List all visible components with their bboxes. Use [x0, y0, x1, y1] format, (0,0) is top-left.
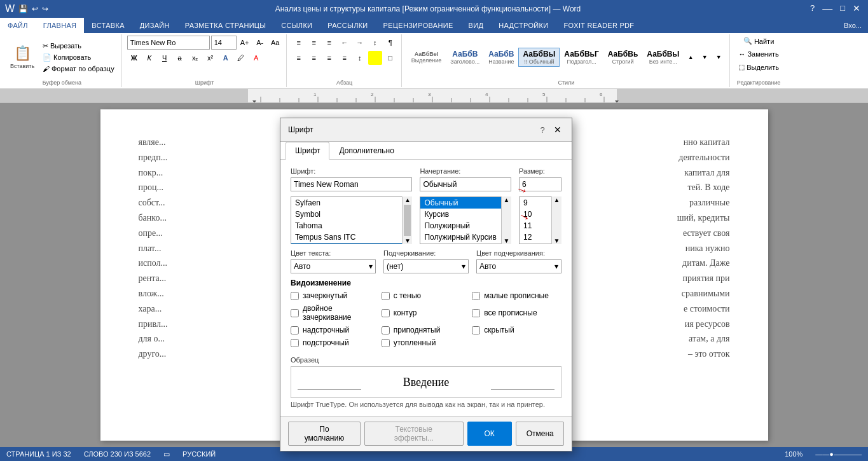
- font-size-increase[interactable]: A+: [238, 36, 252, 50]
- font-list-scrollbar[interactable]: ▲ ▼: [402, 196, 412, 244]
- font-list-item-symbol[interactable]: Symbol: [291, 209, 411, 220]
- effects-button[interactable]: Текстовые эффекты...: [364, 422, 464, 446]
- text-effects-button[interactable]: A: [219, 51, 233, 65]
- font-list-item-tahoma[interactable]: Tahoma: [291, 220, 411, 231]
- styles-expand[interactable]: ▼: [712, 50, 726, 64]
- indent-button[interactable]: →: [353, 36, 367, 50]
- style-title[interactable]: АаБбВ Название: [484, 48, 518, 67]
- smallcaps-checkbox[interactable]: [472, 292, 480, 300]
- style-list-scrollbar[interactable]: ▲ ▼: [501, 196, 511, 244]
- quick-redo[interactable]: ↪: [42, 4, 48, 13]
- styles-scroll-down[interactable]: ▼: [698, 50, 712, 64]
- help-button[interactable]: ?: [808, 3, 817, 15]
- dialog-style-input[interactable]: [420, 177, 511, 191]
- style-nointe[interactable]: АаБбВьI Без инте...: [642, 48, 684, 67]
- outline-checkbox[interactable]: [382, 309, 390, 317]
- underline-button[interactable]: Ч: [158, 51, 172, 65]
- font-list-item-times[interactable]: Times New Roman: [291, 243, 411, 244]
- color-select[interactable]: Авто ▾: [291, 259, 376, 273]
- sub-checkbox[interactable]: [291, 339, 299, 347]
- tab-review[interactable]: РЕЦЕНЗИРОВАНИЕ: [376, 18, 461, 33]
- cut-button[interactable]: ✂ Вырезать: [39, 41, 118, 52]
- paste-button[interactable]: 📋 Вставить: [6, 38, 38, 76]
- close-button[interactable]: ✕: [850, 3, 863, 15]
- dstrike-checkbox[interactable]: [291, 309, 299, 317]
- tab-home[interactable]: ГЛАВНАЯ: [36, 18, 85, 33]
- style-selection[interactable]: АаБбВеI Выделение: [407, 49, 446, 65]
- strikethrough-checkbox[interactable]: [291, 292, 299, 300]
- dialog-close-button[interactable]: ✕: [551, 123, 564, 136]
- text-highlight-button[interactable]: 🖊: [234, 51, 248, 65]
- font-color-button[interactable]: A: [249, 51, 263, 65]
- line-spacing[interactable]: ↕: [353, 51, 367, 65]
- dialog-tab-font[interactable]: Шрифт: [286, 142, 329, 160]
- replace-button[interactable]: ↔ Заменить: [735, 49, 782, 59]
- default-button[interactable]: По умолчанию: [288, 422, 361, 446]
- align-right[interactable]: ≡: [322, 51, 336, 65]
- shadow-checkbox[interactable]: [382, 292, 390, 300]
- allcaps-checkbox[interactable]: [472, 309, 480, 317]
- style-subtitle[interactable]: АаБбВьГ Подзагол...: [560, 48, 603, 67]
- style-list-italic[interactable]: Курсив: [420, 209, 511, 220]
- sort-button[interactable]: ↕: [368, 36, 382, 50]
- tab-mailings[interactable]: РАССЫЛКИ: [320, 18, 375, 33]
- tab-design[interactable]: ДИЗАЙН: [132, 18, 177, 33]
- size-list-scrollbar[interactable]: ▲ ▼: [551, 196, 561, 244]
- style-strict[interactable]: АаБбВь Строгий: [603, 48, 643, 67]
- show-formatting[interactable]: ¶: [383, 36, 397, 50]
- engrave-checkbox[interactable]: [382, 339, 390, 347]
- ok-button[interactable]: ОК: [467, 422, 512, 446]
- emboss-checkbox[interactable]: [382, 326, 390, 334]
- dialog-font-input[interactable]: [291, 177, 412, 191]
- undercolor-select[interactable]: Авто ▾: [476, 259, 561, 273]
- font-name-input[interactable]: [127, 36, 210, 50]
- tab-foxit[interactable]: FOXIT READER PDF: [556, 18, 642, 33]
- quick-save[interactable]: 💾: [18, 4, 28, 13]
- hidden-checkbox[interactable]: [472, 326, 480, 334]
- tab-references[interactable]: ССЫЛКИ: [273, 18, 320, 33]
- font-list-item-sylfaen[interactable]: Sylfaen: [291, 197, 411, 209]
- tab-addins[interactable]: НАДСТРОЙКИ: [491, 18, 556, 33]
- font-list-item-tempus[interactable]: Tempus Sans ITC: [291, 231, 411, 243]
- underline-select[interactable]: (нет) ▾: [383, 259, 469, 273]
- style-scroll-down[interactable]: ▼: [502, 237, 511, 244]
- cancel-button[interactable]: Отмена: [516, 422, 564, 446]
- style-list-bolditalic[interactable]: Полужирный Курсив: [420, 231, 511, 243]
- list-ordered[interactable]: ≡: [307, 36, 321, 50]
- size-scroll-down[interactable]: ▼: [552, 237, 561, 244]
- shading-button[interactable]: [368, 51, 382, 65]
- format-painter-button[interactable]: 🖌 Формат по образцу: [39, 64, 118, 74]
- sup-checkbox[interactable]: [291, 326, 299, 334]
- dialog-tab-advanced[interactable]: Дополнительно: [329, 142, 403, 160]
- size-scroll-up[interactable]: ▲: [552, 196, 561, 203]
- strikethrough-button[interactable]: а: [173, 51, 187, 65]
- list-unordered[interactable]: ≡: [292, 36, 306, 50]
- align-justify[interactable]: ≡: [338, 51, 352, 65]
- style-list-normal[interactable]: Обычный: [420, 197, 511, 209]
- find-button[interactable]: 🔍 Найти: [740, 36, 777, 46]
- dialog-help-button[interactable]: ?: [536, 123, 549, 136]
- superscript-button[interactable]: x²: [203, 51, 217, 65]
- tab-view[interactable]: ВИД: [461, 18, 492, 33]
- subscript-button[interactable]: x₂: [188, 51, 202, 65]
- tab-insert[interactable]: ВСТАВКА: [84, 18, 132, 33]
- quick-undo[interactable]: ↩: [32, 4, 38, 13]
- select-button[interactable]: ⬚ Выделить: [735, 62, 782, 72]
- font-size-decrease[interactable]: A-: [253, 36, 267, 50]
- border-button[interactable]: □: [383, 51, 397, 65]
- align-center[interactable]: ≡: [307, 51, 321, 65]
- outdent-button[interactable]: ←: [338, 36, 352, 50]
- restore-button[interactable]: □: [837, 3, 848, 15]
- tab-layout[interactable]: РАЗМЕТКА СТРАНИЦЫ: [177, 18, 274, 33]
- style-normal[interactable]: АаБбВьI !! Обычный: [518, 48, 560, 67]
- style-list[interactable]: Обычный Курсив Полужирный Полужирный Кур…: [420, 196, 511, 244]
- styles-scroll-up[interactable]: ▲: [684, 50, 698, 64]
- style-list-bold[interactable]: Полужирный: [420, 220, 511, 231]
- style-heading1[interactable]: АаБбВ Заголово...: [446, 48, 484, 67]
- font-scroll-up[interactable]: ▲: [403, 196, 412, 203]
- font-list[interactable]: Sylfaen Symbol Tahoma Tempus Sans ITC Ti…: [291, 196, 412, 244]
- zoom-slider[interactable]: ——●————: [815, 450, 862, 458]
- list-multilevel[interactable]: ≡: [322, 36, 336, 50]
- clear-formatting[interactable]: Aa: [268, 36, 282, 50]
- signin-btn[interactable]: Вхо...: [837, 18, 868, 33]
